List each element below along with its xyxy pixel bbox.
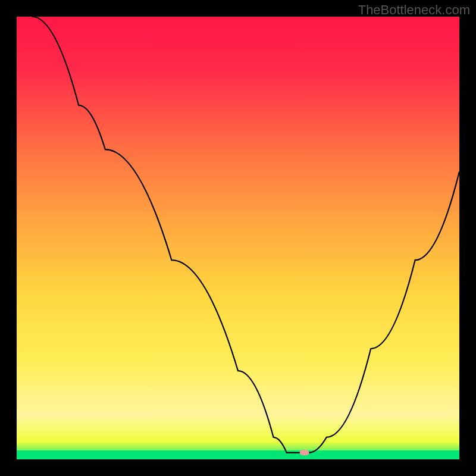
chart-container: TheBottleneck.com: [0, 0, 476, 476]
gradient-background: [17, 17, 459, 459]
bottleneck-chart: [0, 0, 476, 476]
watermark-text: TheBottleneck.com: [358, 2, 470, 18]
optimal-point-marker: [300, 450, 309, 455]
bottom-green-band: [17, 450, 459, 459]
